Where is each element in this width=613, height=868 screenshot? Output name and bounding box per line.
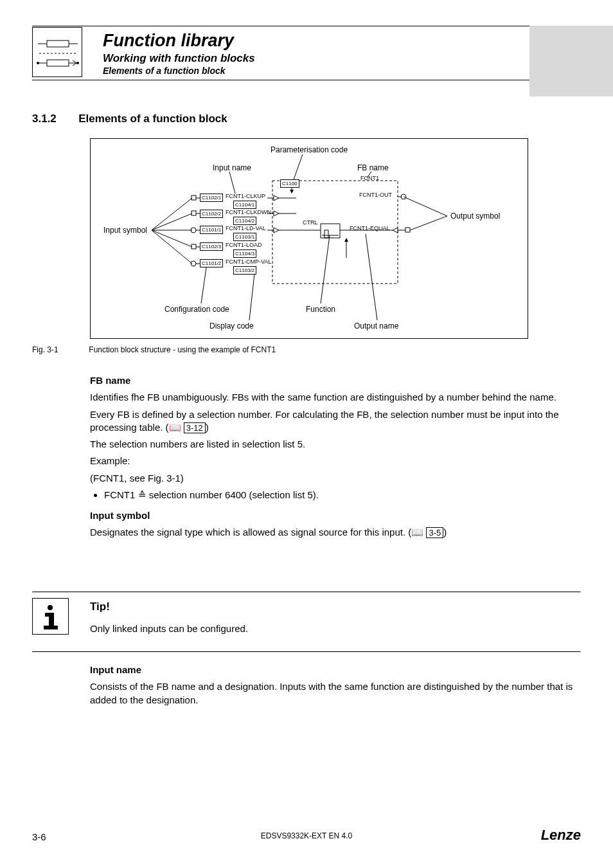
in-3: FCNT1-LOAD bbox=[226, 242, 262, 248]
disp-4: C1103/2 bbox=[233, 266, 256, 275]
p-input-symbol-a: Designates the signal type which is allo… bbox=[90, 527, 411, 538]
figure-caption: Function block structure - using the exa… bbox=[89, 345, 276, 354]
book-icon: 📖 bbox=[169, 422, 181, 433]
svg-marker-27 bbox=[290, 190, 294, 194]
after-tip-content: Input name Consists of the FB name and a… bbox=[90, 656, 581, 710]
body-content: FB name Identifies fhe FB unambiguously.… bbox=[90, 366, 581, 543]
bullet-selection-number: FCNT1 ≙ selection number 6400 (selection… bbox=[104, 489, 581, 502]
svg-rect-60 bbox=[49, 613, 54, 627]
ctrl-label: CTRL bbox=[303, 219, 318, 226]
h-input-symbol: Input symbol bbox=[90, 509, 581, 522]
svg-rect-28 bbox=[191, 195, 196, 200]
svg-marker-34 bbox=[274, 211, 279, 216]
cfg-2: C1101/1 bbox=[200, 226, 223, 234]
page-subsubtitle: Elements of a function block bbox=[103, 66, 255, 76]
svg-rect-61 bbox=[44, 626, 58, 629]
disp-0: C1104/1 bbox=[233, 201, 256, 209]
tip-heading: Tip! bbox=[90, 601, 581, 613]
svg-point-4 bbox=[37, 62, 39, 64]
svg-line-8 bbox=[73, 60, 76, 63]
svg-line-16 bbox=[152, 213, 192, 230]
section-heading: 3.1.2 Elements of a function block bbox=[32, 113, 581, 125]
svg-line-12 bbox=[293, 154, 303, 181]
out-fcnt1-out: FCNT1-OUT bbox=[359, 192, 392, 198]
tip-text: Only linked inputs can be configured. bbox=[90, 623, 581, 634]
in-4: FCNT1-CMP-VAL bbox=[226, 258, 271, 265]
svg-rect-1 bbox=[47, 41, 69, 47]
in-0: FCNT1-CLKUP bbox=[226, 193, 265, 199]
fb-title-text: FCNT1 bbox=[360, 175, 379, 181]
xref-3-12[interactable]: 3-12 bbox=[184, 422, 206, 433]
disp-1: C1104/2 bbox=[233, 217, 256, 225]
tip-rule-bottom bbox=[32, 651, 581, 653]
xref-3-5[interactable]: 3-5 bbox=[426, 527, 443, 538]
svg-rect-49 bbox=[321, 224, 340, 238]
book-icon: 📖 bbox=[411, 527, 423, 538]
section-number: 3.1.2 bbox=[32, 113, 57, 125]
svg-point-58 bbox=[48, 605, 53, 610]
out-fcnt1-equal: FCNT1-EQUAL bbox=[350, 225, 390, 231]
p-input-name: Consists of the FB name and a designatio… bbox=[90, 680, 581, 707]
p-input-symbol: Designates the signal type which is allo… bbox=[90, 526, 581, 539]
tip-block: Tip! Only linked inputs can be configure… bbox=[32, 592, 581, 653]
figure-number: Fig. 3-1 bbox=[32, 345, 87, 354]
p-fb-name-2: Every FB is defined by a selection numbe… bbox=[90, 408, 581, 435]
svg-line-25 bbox=[366, 234, 377, 320]
page-subtitle: Working with function blocks bbox=[103, 52, 255, 65]
svg-rect-48 bbox=[405, 228, 410, 232]
svg-rect-50 bbox=[324, 230, 328, 238]
brand-logo: Lenze bbox=[541, 827, 581, 844]
p-fb-name-3: The selection numbers are listed in sele… bbox=[90, 438, 581, 451]
p-input-symbol-b: ) bbox=[443, 527, 447, 538]
cfg-1: C1102/2 bbox=[200, 210, 223, 218]
svg-rect-32 bbox=[191, 211, 196, 215]
disp-2: C1103/1 bbox=[233, 233, 256, 241]
function-block-schematic-icon bbox=[32, 27, 82, 77]
page-footer: 3-6 EDSVS9332K-EXT EN 4.0 Lenze bbox=[32, 831, 581, 842]
svg-line-22 bbox=[201, 267, 206, 303]
svg-line-15 bbox=[152, 198, 192, 230]
header-grey-band bbox=[529, 26, 613, 96]
section-title: Elements of a function block bbox=[78, 113, 227, 125]
svg-line-24 bbox=[321, 235, 330, 303]
p-fb-name-1: Identifies fhe FB unambiguously. FBs wit… bbox=[90, 391, 581, 404]
svg-line-21 bbox=[410, 216, 447, 230]
p-example-label: Example: bbox=[90, 455, 581, 467]
svg-point-10 bbox=[76, 62, 79, 64]
svg-line-18 bbox=[152, 230, 192, 247]
svg-marker-38 bbox=[274, 228, 279, 233]
document-id: EDSVS9332K-EXT EN 4.0 bbox=[32, 831, 581, 840]
in-1: FCNT1-CLKDWN bbox=[226, 209, 271, 215]
fb-structure-diagram: Parameterisation code Input name FB name… bbox=[90, 138, 528, 339]
cfg-3: C1102/3 bbox=[200, 242, 223, 251]
cfg-4: C1101/2 bbox=[200, 259, 223, 267]
svg-marker-30 bbox=[274, 195, 279, 201]
disp-3: C1104/3 bbox=[233, 249, 256, 258]
h-input-name: Input name bbox=[90, 664, 581, 676]
svg-line-19 bbox=[152, 230, 192, 264]
svg-point-42 bbox=[191, 261, 196, 266]
h-fb-name: FB name bbox=[90, 374, 581, 387]
cfg-0: C1102/1 bbox=[200, 194, 223, 202]
figure-caption-row: Fig. 3-1 Function block structure - usin… bbox=[32, 345, 276, 354]
info-icon bbox=[32, 598, 69, 635]
svg-rect-6 bbox=[47, 60, 69, 66]
svg-marker-47 bbox=[393, 228, 398, 233]
svg-line-9 bbox=[73, 63, 76, 66]
p-fb-name-2b: ) bbox=[206, 422, 209, 433]
page-title: Function library bbox=[103, 31, 255, 51]
svg-line-20 bbox=[404, 197, 447, 216]
p-example-line: (FCNT1, see Fig. 3-1) bbox=[90, 472, 581, 485]
svg-line-13 bbox=[229, 172, 235, 194]
in-2: FCNT1-LD-VAL bbox=[226, 225, 266, 231]
svg-line-23 bbox=[249, 274, 254, 320]
svg-marker-57 bbox=[344, 238, 348, 242]
p-fb-name-2a: Every FB is defined by a selection numbe… bbox=[90, 409, 559, 433]
param-code-box: C1100 bbox=[280, 179, 299, 188]
